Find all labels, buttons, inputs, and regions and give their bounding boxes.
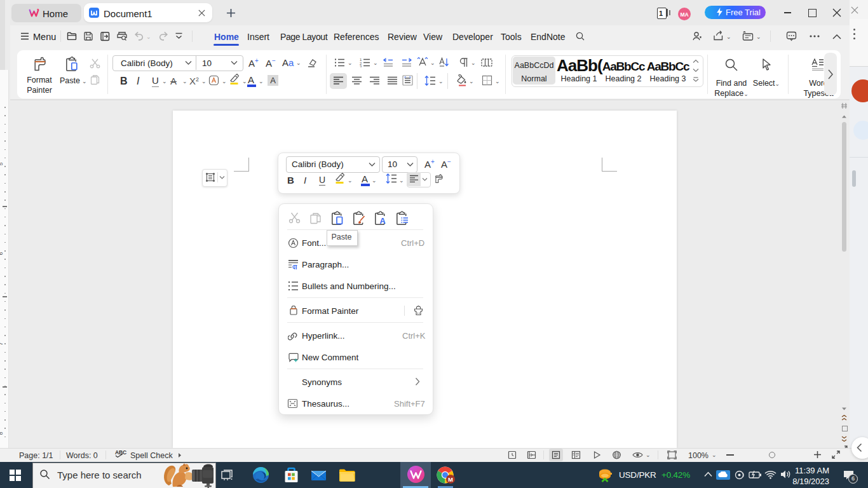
svg-text:A: A [380, 216, 386, 226]
svg-text:3: 3 [360, 65, 362, 68]
